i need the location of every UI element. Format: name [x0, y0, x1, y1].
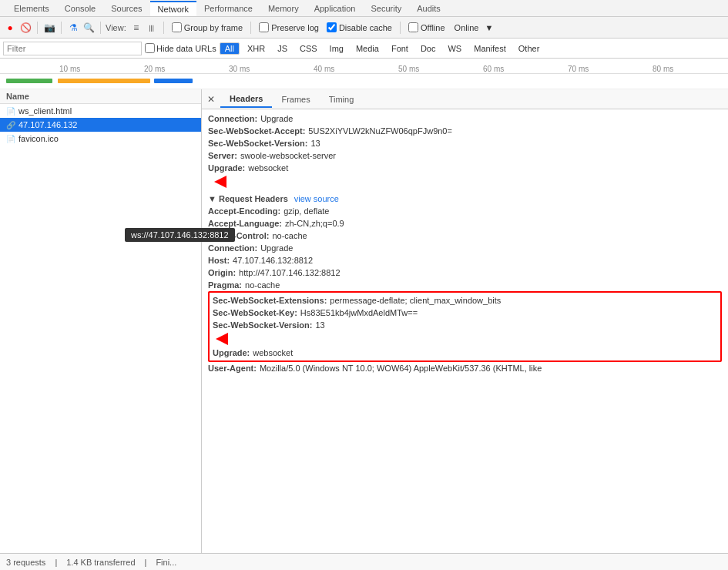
file-item-ws-client[interactable]: 📄 ws_client.html [0, 104, 201, 118]
filter-all-btn[interactable]: All [220, 42, 240, 55]
right-panel: ✕ Headers Frames Timing Connection: Upgr… [202, 89, 728, 553]
search-icon[interactable]: 🔍 [82, 21, 96, 35]
timeline-bar-3 [154, 79, 193, 83]
panel-tabs: ✕ Headers Frames Timing [202, 89, 728, 109]
online-dropdown[interactable]: Online [450, 22, 484, 34]
request-headers-section: ▼ Request Headers view source [208, 189, 722, 205]
record-icon[interactable]: ● [3, 21, 17, 35]
req-host: Host: 47.107.146.132:8812 [208, 254, 722, 267]
preserve-log-checkbox[interactable]: Preserve log [256, 22, 322, 32]
req-upgrade: Upgrade: websocket [210, 347, 720, 359]
filter-img-btn[interactable]: Img [325, 43, 348, 54]
timeline-bar-1 [6, 79, 52, 83]
offline-checkbox[interactable]: Offline [405, 22, 448, 32]
filter-xhr-btn[interactable]: XHR [243, 43, 270, 54]
filter-js-btn[interactable]: JS [273, 43, 292, 54]
resp-server: Server: swoole-websocket-server [208, 149, 722, 162]
filter-css-btn[interactable]: CSS [295, 43, 322, 54]
disable-cache-checkbox[interactable]: Disable cache [324, 22, 395, 32]
filter-ws-btn[interactable]: WS [443, 43, 466, 54]
headers-content: Connection: Upgrade Sec-WebSocket-Accept… [202, 109, 728, 377]
tab-performance[interactable]: Performance [196, 2, 260, 15]
view-label: View: [106, 23, 126, 32]
tab-headers[interactable]: Headers [220, 91, 272, 108]
main-area: Name 📄 ws_client.html 🔗 47.107.146.132 📄… [0, 89, 728, 553]
separator-3 [100, 22, 101, 34]
highlight-box: Sec-WebSocket-Extensions: permessage-def… [208, 291, 722, 362]
tab-console[interactable]: Console [57, 2, 103, 15]
req-pragma: Pragma: no-cache [208, 279, 722, 291]
resp-sec-version: Sec-WebSocket-Version: 13 [208, 137, 722, 149]
req-accept-encoding: Accept-Encoding: gzip, deflate [208, 205, 722, 217]
file-icon-ico: 📄 [6, 135, 15, 143]
filter-other-btn[interactable]: Other [514, 43, 545, 54]
view-source-link[interactable]: view source [294, 194, 339, 203]
tick-20ms: 20 ms [143, 65, 165, 73]
tab-application[interactable]: Application [307, 2, 364, 15]
resp-connection: Connection: Upgrade [208, 112, 722, 125]
req-user-agent: User-Agent: Mozilla/5.0 (Windows NT 10.0… [208, 362, 722, 374]
tick-30ms: 30 ms [227, 65, 250, 73]
req-origin: Origin: http://47.107.146.132:8812 [208, 267, 722, 279]
resp-upgrade: Upgrade: websocket [208, 162, 722, 174]
tick-70ms: 70 ms [566, 65, 589, 73]
filter-icon[interactable]: ⚗ [66, 21, 80, 35]
tab-audits[interactable]: Audits [409, 2, 448, 15]
filter-media-btn[interactable]: Media [351, 43, 384, 54]
view-waterfall-icon[interactable]: ⫼ [145, 21, 159, 35]
red-arrow-1 [214, 176, 226, 188]
view-list-icon[interactable]: ≡ [129, 21, 143, 35]
file-icon-html: 📄 [6, 107, 15, 116]
filter-manifest-btn[interactable]: Manifest [469, 43, 511, 54]
filter-input[interactable] [3, 42, 142, 55]
tab-sources[interactable]: Sources [103, 2, 149, 15]
close-panel-btn[interactable]: ✕ [205, 93, 217, 106]
tab-elements[interactable]: Elements [6, 2, 57, 15]
clear-icon[interactable]: 🚫 [18, 21, 32, 35]
tick-60ms: 60 ms [481, 65, 504, 73]
arrow-2 [210, 331, 720, 347]
tab-network[interactable]: Network [150, 1, 196, 16]
tab-frames[interactable]: Frames [272, 92, 319, 107]
req-sec-ext: Sec-WebSocket-Extensions: permessage-def… [210, 294, 720, 307]
separator-6 [400, 22, 401, 34]
tick-40ms: 40 ms [312, 65, 334, 73]
timeline-ruler: 10 ms 20 ms 30 ms 40 ms 50 ms 60 ms 70 m… [0, 59, 728, 74]
file-item-ip[interactable]: 🔗 47.107.146.132 [0, 118, 201, 132]
filter-doc-btn[interactable]: Doc [416, 43, 441, 54]
separator-4 [163, 22, 164, 34]
devtools-tab-bar: Elements Console Sources Network Perform… [0, 0, 728, 17]
req-accept-language: Accept-Language: zh-CN,zh;q=0.9 [208, 217, 722, 230]
red-arrow-2 [216, 333, 228, 345]
timeline-bar-2 [58, 79, 150, 83]
network-toolbar: ● 🚫 📷 ⚗ 🔍 View: ≡ ⫼ Group by frame Prese… [0, 17, 728, 39]
arrow-1 [208, 174, 722, 189]
separator-5 [250, 22, 251, 34]
tab-security[interactable]: Security [363, 2, 409, 15]
req-connection: Connection: Upgrade [208, 242, 722, 254]
left-panel: Name 📄 ws_client.html 🔗 47.107.146.132 📄… [0, 89, 202, 553]
timeline-bars [0, 74, 728, 89]
file-item-favicon[interactable]: 📄 favicon.ico [0, 132, 201, 146]
req-cache-control: Cache-Control: no-cache [208, 230, 722, 242]
separator-2 [61, 22, 62, 34]
resp-sec-accept: Sec-WebSocket-Accept: 5US2XiYVLW2kNuZFW0… [208, 125, 722, 137]
group-by-frame-checkbox[interactable]: Group by frame [169, 22, 246, 32]
tab-memory[interactable]: Memory [260, 2, 307, 15]
tooltip-popup: ws://47.107.146.132:8812 [125, 228, 202, 242]
filter-bar: Hide data URLs All XHR JS CSS Img Media … [0, 39, 728, 59]
req-sec-key: Sec-WebSocket-Key: Hs83E51kb4jwMxdAeldMT… [210, 307, 720, 319]
tick-10ms: 10 ms [58, 65, 80, 73]
req-sec-version: Sec-WebSocket-Version: 13 [210, 319, 720, 331]
hide-data-urls-checkbox[interactable]: Hide data URLs [145, 43, 216, 53]
filter-font-btn[interactable]: Font [387, 43, 413, 54]
separator-1 [37, 22, 38, 34]
tick-80ms: 80 ms [651, 65, 673, 73]
file-list-header: Name [0, 89, 201, 104]
tick-50ms: 50 ms [397, 65, 419, 73]
file-icon-ws: 🔗 [6, 121, 15, 129]
camera-icon[interactable]: 📷 [42, 21, 56, 35]
tab-timing[interactable]: Timing [320, 92, 364, 107]
